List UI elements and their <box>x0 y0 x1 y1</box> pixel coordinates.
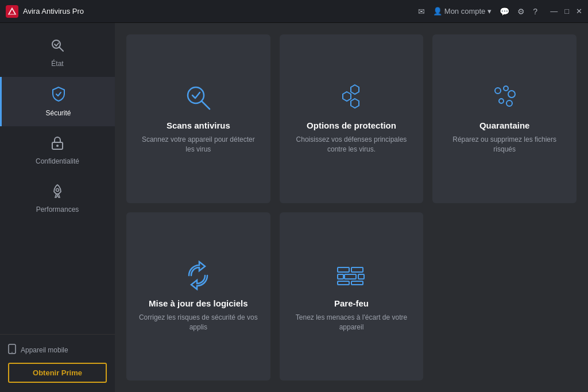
card-scans-title: Scans antivirus <box>167 121 230 130</box>
update-icon <box>183 261 213 290</box>
svg-point-4 <box>56 145 59 147</box>
title-bar-right: ✉ 👤 Mon compte ▾ 💬 ⚙ ? — □ ✕ <box>418 7 582 16</box>
svg-rect-18 <box>338 267 349 272</box>
svg-point-5 <box>56 189 59 192</box>
content-area: Scans antivirus Scannez votre appareil p… <box>115 23 588 392</box>
mobile-icon <box>8 344 16 356</box>
svg-point-13 <box>495 88 501 94</box>
svg-rect-20 <box>345 274 356 279</box>
cards-grid: Scans antivirus Scannez votre appareil p… <box>126 34 577 381</box>
shield-icon <box>51 86 66 106</box>
svg-point-16 <box>499 99 504 103</box>
account-icon: 👤 <box>433 7 442 15</box>
svg-rect-21 <box>338 274 343 279</box>
svg-rect-19 <box>351 267 363 272</box>
card-options-desc: Choisissez vos défenses principales cont… <box>291 135 412 154</box>
app-name: Avira Antivirus Pro <box>23 7 84 15</box>
title-bar-left: Avira Antivirus Pro <box>6 5 84 18</box>
svg-rect-22 <box>358 274 364 279</box>
securite-label: Sécurité <box>45 109 71 117</box>
card-empty <box>432 212 577 381</box>
maximize-button[interactable]: □ <box>564 7 569 15</box>
card-parefeu-desc: Tenez les menaces à l'écart de votre app… <box>291 313 412 332</box>
card-options-title: Options de protection <box>307 121 396 130</box>
svg-line-2 <box>60 48 64 52</box>
performances-label: Performances <box>36 205 79 214</box>
hexagons-icon <box>336 83 366 112</box>
chat-icon[interactable]: 💬 <box>500 7 509 16</box>
mail-icon[interactable]: ✉ <box>418 7 425 16</box>
quarantine-icon <box>490 83 520 112</box>
svg-rect-23 <box>338 281 349 285</box>
svg-rect-24 <box>351 281 363 285</box>
account-button[interactable]: 👤 Mon compte ▾ <box>433 7 492 15</box>
svg-point-7 <box>11 352 13 353</box>
etat-label: État <box>51 60 63 68</box>
card-quarantaine-desc: Réparez ou supprimez les fichiers risqué… <box>444 135 565 154</box>
close-button[interactable]: ✕ <box>576 7 582 15</box>
card-options[interactable]: Options de protection Choisissez vos déf… <box>280 34 424 203</box>
title-bar: Avira Antivirus Pro ✉ 👤 Mon compte ▾ 💬 ⚙… <box>0 0 588 23</box>
svg-point-14 <box>504 86 508 91</box>
svg-marker-12 <box>351 99 359 108</box>
sidebar-nav: État Sécurité <box>0 29 115 334</box>
card-scans[interactable]: Scans antivirus Scannez votre appareil p… <box>126 34 270 203</box>
scan-icon <box>183 83 213 112</box>
card-parefeu[interactable]: Pare-feu Tenez les menaces à l'écart de … <box>280 212 424 381</box>
svg-line-9 <box>202 101 210 109</box>
card-miseajour-title: Mise à jour des logiciels <box>149 298 248 308</box>
settings-icon[interactable]: ⚙ <box>517 7 525 16</box>
mobile-label: Appareil mobile <box>21 346 68 354</box>
help-icon[interactable]: ? <box>533 7 537 16</box>
confidentialite-label: Confidentialité <box>36 157 79 165</box>
sidebar: État Sécurité <box>0 23 115 392</box>
card-parefeu-title: Pare-feu <box>334 298 369 308</box>
sidebar-item-performances[interactable]: Performances <box>0 174 115 223</box>
card-miseajour[interactable]: Mise à jour des logiciels Corrigez les r… <box>126 212 270 381</box>
sidebar-item-securite[interactable]: Sécurité <box>0 77 115 126</box>
svg-marker-10 <box>351 85 359 94</box>
prime-button[interactable]: Obtenir Prime <box>8 363 107 383</box>
main-container: État Sécurité <box>0 23 588 392</box>
rocket-icon <box>51 184 64 202</box>
svg-point-17 <box>506 100 512 106</box>
sidebar-item-confidentialite[interactable]: Confidentialité <box>0 126 115 174</box>
search-icon <box>50 38 65 56</box>
sidebar-item-etat[interactable]: État <box>0 29 115 77</box>
svg-point-15 <box>508 91 515 98</box>
minimize-button[interactable]: — <box>550 7 558 15</box>
svg-marker-11 <box>343 92 351 101</box>
window-controls: — □ ✕ <box>550 7 582 15</box>
mobile-device-button[interactable]: Appareil mobile <box>8 344 107 356</box>
card-scans-desc: Scannez votre appareil pour détecter les… <box>138 135 259 154</box>
card-quarantaine[interactable]: Quarantaine Réparez ou supprimez les fic… <box>432 34 577 203</box>
card-miseajour-desc: Corrigez les risques de sécurité de vos … <box>138 313 259 332</box>
firewall-icon <box>336 261 366 290</box>
account-chevron-icon: ▾ <box>488 7 492 15</box>
sidebar-bottom: Appareil mobile Obtenir Prime <box>0 334 115 392</box>
lock-icon <box>51 135 64 154</box>
avira-logo-icon <box>6 5 18 18</box>
card-quarantaine-title: Quarantaine <box>479 121 530 130</box>
